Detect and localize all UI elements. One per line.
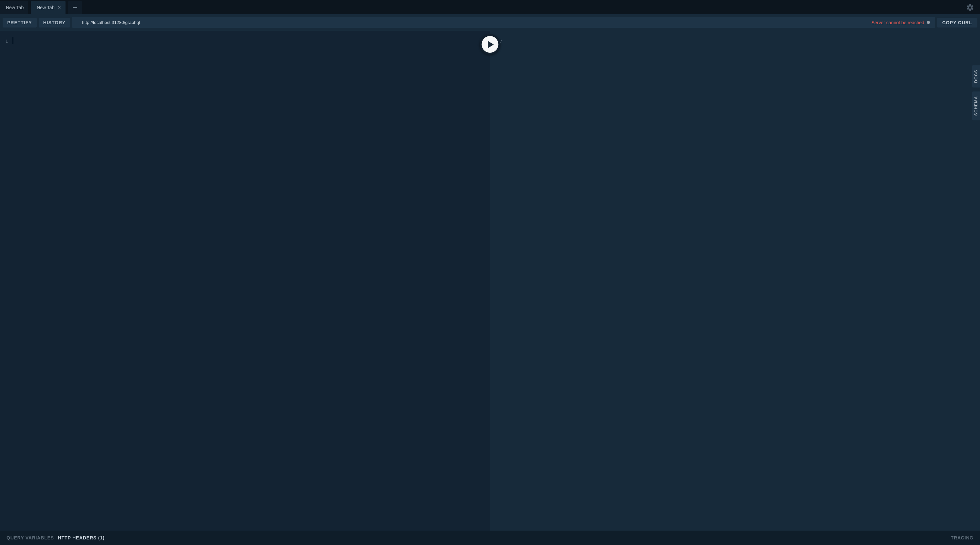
status-dot-icon [927, 21, 930, 24]
line-gutter: 1 [0, 31, 12, 531]
toolbar: PRETTIFY HISTORY Server cannot be reache… [0, 14, 980, 31]
history-button[interactable]: HISTORY [39, 18, 70, 27]
close-icon[interactable]: × [58, 5, 60, 10]
copy-curl-button[interactable]: COPY CURL [937, 18, 977, 27]
tab-label: New Tab [37, 5, 54, 10]
result-pane: {} [490, 31, 980, 531]
bottom-bar: QUERY VARIABLES HTTP HEADERS (1) TRACING [0, 531, 980, 545]
play-icon [487, 41, 494, 48]
query-variables-tab[interactable]: QUERY VARIABLES [6, 535, 54, 540]
app-root: New Tab New Tab × PRETTIFY HISTORY Serve… [0, 0, 980, 545]
prettify-button[interactable]: PRETTIFY [3, 18, 37, 27]
code-area[interactable] [12, 31, 490, 531]
gear-icon [966, 3, 974, 11]
query-editor-pane[interactable]: 1 [0, 31, 490, 531]
connection-status: Server cannot be reached [872, 20, 931, 25]
new-tab-button[interactable] [68, 1, 82, 14]
schema-tab[interactable]: SCHEMA [972, 91, 980, 120]
execute-button[interactable] [480, 34, 501, 55]
tracing-tab[interactable]: TRACING [951, 535, 974, 540]
tab-label: New Tab [6, 5, 24, 10]
http-headers-tab[interactable]: HTTP HEADERS (1) [58, 535, 105, 540]
main-area: 1 {} DOCS SCHEMA [0, 31, 980, 531]
line-number: 1 [0, 39, 8, 44]
svg-marker-2 [488, 41, 493, 48]
tab-active[interactable]: New Tab × [31, 1, 65, 14]
endpoint-bar: Server cannot be reached [72, 17, 935, 28]
endpoint-input[interactable] [76, 20, 872, 25]
status-text: Server cannot be reached [872, 20, 924, 25]
side-tabs: DOCS SCHEMA [972, 65, 980, 120]
plus-icon [72, 5, 78, 11]
tab-bar: New Tab New Tab × [0, 0, 980, 14]
tab-inactive[interactable]: New Tab [0, 1, 28, 14]
docs-tab[interactable]: DOCS [972, 65, 980, 87]
settings-button[interactable] [966, 3, 974, 11]
